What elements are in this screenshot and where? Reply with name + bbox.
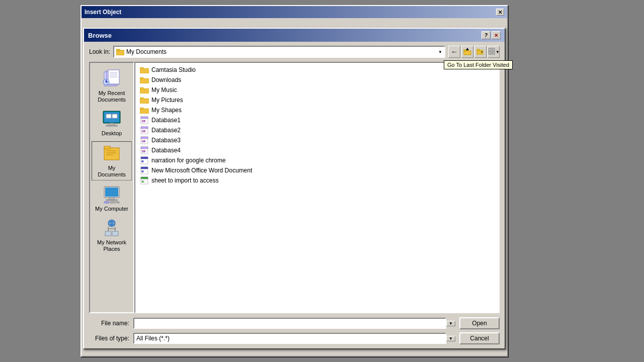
svg-rect-6 <box>477 49 479 51</box>
list-item[interactable]: XL sheet to import to access <box>137 175 497 186</box>
svg-rect-74 <box>141 177 148 179</box>
list-item[interactable]: DB Database4 <box>137 145 497 155</box>
svg-rect-26 <box>104 146 110 149</box>
svg-rect-53 <box>140 109 149 114</box>
list-item-name: My Shapes <box>151 107 182 114</box>
list-item[interactable]: DB Database3 <box>137 135 497 145</box>
svg-rect-41 <box>112 231 118 236</box>
sidebar-item-mycomputer-label: My Computer <box>95 206 128 212</box>
recent-icon <box>102 69 122 89</box>
insert-object-titlebar: Insert Object ✕ <box>82 6 507 18</box>
back-icon: ← <box>451 48 458 56</box>
lookin-value: My Documents <box>126 48 167 55</box>
up-folder-button[interactable] <box>461 46 473 58</box>
list-item[interactable]: DB Database2 <box>137 125 497 135</box>
svg-rect-47 <box>140 78 149 83</box>
filename-dropdown-arrow[interactable]: ▼ <box>446 321 455 326</box>
lookin-arrow-icon: ▼ <box>438 50 442 54</box>
list-item[interactable]: W narration for google chrome <box>137 155 497 165</box>
views-icon <box>488 47 496 57</box>
svg-rect-8 <box>489 48 491 51</box>
browse-titlebar: Browse ? ✕ <box>84 29 505 42</box>
folder-icon <box>139 106 149 114</box>
svg-text:W: W <box>141 170 144 173</box>
svg-rect-11 <box>492 52 495 54</box>
svg-rect-22 <box>106 125 117 126</box>
bottom-area: File name: ▼ Open Files of type: All Fil… <box>89 317 500 344</box>
filename-input[interactable] <box>133 318 446 329</box>
toolbar-buttons: ← Go To Last Folder Visited <box>448 46 500 58</box>
browse-close-button[interactable]: ✕ <box>492 31 501 39</box>
list-item[interactable]: My Music <box>137 85 497 95</box>
svg-rect-29 <box>106 154 113 155</box>
list-item[interactable]: My Pictures <box>137 95 497 105</box>
list-item-name: Database4 <box>151 147 181 154</box>
file-mdb-icon: DB <box>139 136 149 144</box>
svg-text:DB: DB <box>142 150 146 153</box>
list-item[interactable]: DB Database1 <box>137 115 497 125</box>
list-item-name: sheet to import to access <box>151 177 218 184</box>
svg-rect-40 <box>105 231 111 236</box>
list-item[interactable]: Camtasia Studio <box>137 65 497 75</box>
svg-rect-28 <box>106 152 116 153</box>
browse-content: Look in: My Documents ▼ ← Go To Last Fol… <box>84 42 505 348</box>
folder-icon <box>139 86 149 94</box>
lookin-label: Look in: <box>89 48 110 55</box>
svg-rect-59 <box>141 127 148 129</box>
back-button[interactable]: ← Go To Last Folder Visited <box>448 46 460 58</box>
list-item-name: Database1 <box>151 117 181 124</box>
svg-rect-32 <box>109 198 114 200</box>
open-button[interactable]: Open <box>459 317 500 329</box>
sidebar-item-network-label: My Network Places <box>94 239 130 252</box>
views-dropdown-icon: ▼ <box>496 50 500 54</box>
svg-rect-54 <box>140 108 143 109</box>
svg-rect-1 <box>116 49 120 51</box>
svg-rect-35 <box>110 202 115 203</box>
main-area: My Recent Documents Desk <box>89 62 500 313</box>
list-item-name: narration for google chrome <box>151 157 225 164</box>
sidebar-item-network[interactable]: My Network Places <box>92 216 132 254</box>
filename-input-wrapper: ▼ <box>133 318 455 329</box>
sidebar-item-recent-label: My Recent Documents <box>94 90 130 103</box>
sidebar-item-mydocs[interactable]: My Documents <box>92 141 132 180</box>
svg-rect-71 <box>141 167 148 169</box>
filename-row: File name: ▼ Open <box>89 317 500 329</box>
svg-rect-45 <box>140 68 149 73</box>
sidebar-item-recent[interactable]: My Recent Documents <box>92 67 132 105</box>
list-item[interactable]: W New Microsoft Office Word Document <box>137 165 497 175</box>
svg-rect-31 <box>105 188 118 197</box>
folder-icon <box>139 66 149 74</box>
svg-text:DB: DB <box>142 130 146 133</box>
filetype-label: Files of type: <box>89 335 129 342</box>
list-item-name: Database3 <box>151 137 181 144</box>
browse-title: Browse <box>88 32 112 39</box>
sidebar-item-mycomputer[interactable]: My Computer <box>92 183 132 214</box>
sidebar: My Recent Documents Desk <box>89 62 134 313</box>
lookin-dropdown[interactable]: My Documents ▼ <box>113 46 445 58</box>
folder-icon <box>139 76 149 84</box>
svg-marker-4 <box>466 48 469 50</box>
insert-object-close-button[interactable]: ✕ <box>496 9 504 16</box>
filetype-dropdown[interactable]: All Files (*.*) <box>133 333 446 344</box>
sidebar-item-desktop[interactable]: Desktop <box>92 107 132 139</box>
sidebar-item-desktop-label: Desktop <box>102 130 122 137</box>
list-item[interactable]: Downloads <box>137 75 497 85</box>
svg-rect-34 <box>104 202 109 203</box>
svg-rect-33 <box>106 200 117 201</box>
browse-help-button[interactable]: ? <box>481 31 491 39</box>
list-item-name: Downloads <box>151 76 181 83</box>
insert-object-title: Insert Object <box>85 9 121 16</box>
new-folder-button[interactable]: * <box>474 46 487 58</box>
list-item[interactable]: My Shapes <box>137 105 497 115</box>
cancel-button[interactable]: Cancel <box>459 332 500 344</box>
views-button[interactable]: ▼ <box>488 46 500 58</box>
filename-label: File name: <box>89 320 129 327</box>
network-icon <box>102 218 122 238</box>
list-item-name: Camtasia Studio <box>151 66 196 73</box>
svg-rect-49 <box>140 88 149 94</box>
sidebar-item-mydocs-label: My Documents <box>94 165 129 178</box>
filetype-dropdown-arrow[interactable]: ▼ <box>446 336 455 341</box>
file-list[interactable]: Camtasia Studio Downloads My Music My Pi… <box>134 62 500 313</box>
lookin-folder-icon <box>116 48 124 56</box>
filetype-row: Files of type: All Files (*.*) ▼ Cancel <box>89 332 500 344</box>
